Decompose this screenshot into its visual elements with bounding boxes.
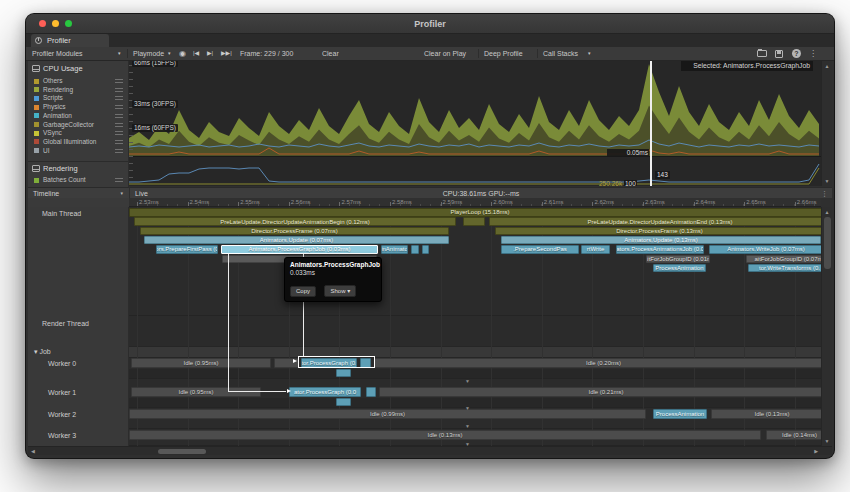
legend-item-garbagecollector[interactable]: GarbageCollector [34,121,126,129]
legend-drag-handle-icon[interactable] [115,140,123,144]
legend-item-ui[interactable]: UI [34,147,126,155]
help-icon[interactable]: ? [792,49,801,58]
timeline-bar[interactable]: Animators.Update (0.13ms) [501,236,821,245]
timeline-bar[interactable]: Director.ProcessFrame (0.07ms) [140,227,449,236]
record-icon[interactable]: ◉ [179,47,186,60]
scroll-up-icon[interactable]: ▲ [822,208,832,216]
scroll-down-icon[interactable]: ▼ [822,177,832,185]
timeline-bar[interactable]: Idle (0.21ms) [379,387,821,397]
timeline-bar[interactable]: tors.PrepareFirstPass (0. [156,245,218,254]
current-frame-icon[interactable]: ▶▶| [221,47,232,60]
timeline-bar[interactable]: PlayerLoop (15.18ms) [129,208,821,217]
legend-item-rendering[interactable]: Rendering [34,86,126,94]
legend-drag-handle-icon[interactable] [115,96,123,100]
timeline-bar[interactable]: aitForJobGroupID (0.07m [746,255,821,264]
timeline-bar[interactable]: Idle (0.13ms) [129,430,761,440]
timeline-bar[interactable]: Idle (0.95ms) [131,358,271,368]
selected-frame-line[interactable] [650,61,652,186]
legend-drag-handle-icon[interactable] [115,149,123,153]
module-rendering-header[interactable]: Rendering [32,164,78,174]
playmode-dropdown[interactable]: Playmode [133,47,164,60]
timeline-bar[interactable]: PreLateUpdate.DirectorUpdateAnimationEnd… [489,217,821,226]
thread-label-job[interactable]: ▾ Job [34,348,51,356]
timeline-bar[interactable]: Animators.WriteJob (0.07ms) [709,245,821,254]
legend-item-batches-count[interactable]: Batches Count [34,176,126,184]
timeline-bar[interactable] [422,245,429,254]
timeline-bar[interactable] [411,245,419,254]
kebab-menu-icon[interactable]: ⋮ [821,188,828,199]
timeline-bar[interactable]: Idle (0.13ms) [711,409,821,419]
legend-drag-handle-icon[interactable] [115,88,123,92]
time-ruler[interactable]: 2.53ms2.54ms2.55ms2.56ms2.57ms2.58ms2.59… [129,198,821,207]
timeline-bar[interactable]: Animators.ProcessAnimationsJob (0.03ms) [616,245,704,254]
legend-item-others[interactable]: Others [34,77,126,85]
clear-button[interactable]: Clear [322,47,339,60]
flow-marker-icon[interactable]: ▼ [465,406,470,411]
scrollbar-handle[interactable] [158,449,206,454]
kebab-menu-icon[interactable]: ⋮ [809,47,817,60]
timeline-scrollbar[interactable]: ▲ ▼ [821,207,832,446]
prev-frame-icon[interactable]: |◀ [193,47,199,60]
legend-drag-handle-icon[interactable] [115,131,123,135]
flow-marker-icon[interactable]: ▼ [465,379,470,384]
legend-drag-handle-icon[interactable] [115,105,123,109]
tab-profiler[interactable]: Profiler [31,34,109,47]
timeline-track[interactable]: ▼ ▼ ▼ ▼ Animators.ProcessGraphJob 0.033m… [129,207,821,446]
legend-item-physics[interactable]: Physics [34,103,126,111]
timeline-bar[interactable]: inAnimato [381,245,408,254]
scroll-left-icon[interactable]: ◀ [31,447,35,456]
chevron-down-icon[interactable]: ▾ [168,47,171,60]
timeline-bar[interactable]: Director.ProcessFrame (0.13ms) [495,227,821,236]
legend-drag-handle-icon[interactable] [115,79,123,83]
timeline-bar[interactable]: Idle (0.95ms) [131,387,261,397]
timeline-bar[interactable]: Idle (0.99ms) [129,409,646,419]
timeline-bar[interactable]: ProcessAnimation [653,264,706,273]
save-profile-icon[interactable] [775,50,783,58]
rendering-chart[interactable] [129,157,821,186]
scroll-up-icon[interactable]: ▲ [822,62,832,70]
timeline-bar-selected[interactable]: Animators.ProcessGraphJob (0.03ms) [221,245,378,254]
flow-marker-icon[interactable]: ▼ [465,424,470,429]
timeline-bar[interactable]: Idle (0.20ms) [374,358,821,368]
scrollbar-handle[interactable] [824,217,831,269]
chart-scrollbar[interactable]: ▲ ▼ [821,61,832,186]
timeline-bar[interactable]: .PrepareSecondPas [501,245,579,254]
window-titlebar[interactable]: Profiler [26,14,834,34]
timeline-view-dropdown[interactable]: Timeline ▾ [28,187,129,198]
timeline-bar[interactable]: ator.ProcessGraph (0.0 [289,387,361,397]
scroll-right-icon[interactable]: ▶ [814,447,818,456]
timeline-bar[interactable] [336,369,351,377]
legend-item-scripts[interactable]: Scripts [34,94,126,102]
show-dropdown-button[interactable]: Show ▾ [324,285,356,297]
chevron-down-icon[interactable]: ▾ [118,47,121,60]
timeline-bar[interactable]: PreLateUpdate.DirectorUpdateAnimationBeg… [134,217,456,226]
next-frame-icon[interactable]: ▶| [207,47,213,60]
flow-marker-icon[interactable]: ▼ [465,442,470,446]
legend-drag-handle-icon[interactable] [115,178,123,182]
timeline-bar[interactable] [463,217,485,226]
legend-drag-handle-icon[interactable] [115,123,123,127]
timeline-bar[interactable] [366,387,376,397]
legend-item-global-illumination[interactable]: Global Illumination [34,138,126,146]
legend-drag-handle-icon[interactable] [115,114,123,118]
timeline-bar[interactable]: tor.WriteTransforms (0. [748,264,821,273]
timeline-bar[interactable]: Animators.Update (0.07ms) [144,236,449,245]
legend-item-vsync[interactable]: VSync [34,129,126,137]
copy-button[interactable]: Copy [290,286,316,297]
call-stacks-dropdown[interactable]: Call Stacks [543,47,578,60]
load-profile-icon[interactable] [757,50,767,57]
profiler-charts[interactable]: 66ms (15FPS) 33ms (30FPS) 16ms (60FPS) 0… [129,61,821,186]
clear-on-play-button[interactable]: Clear on Play [424,47,466,60]
chevron-down-icon[interactable]: ▾ [588,47,591,60]
module-cpu-header[interactable]: CPU Usage [32,64,83,74]
deep-profile-button[interactable]: Deep Profile [484,47,523,60]
timeline-bar[interactable]: rtWrite [581,245,610,254]
timeline-bar[interactable] [336,398,351,406]
timeline-bar[interactable]: Idle (0.14ms) [766,430,821,440]
cpu-usage-chart[interactable] [129,61,821,156]
timeline-bar[interactable]: ProcessAnimation [653,409,707,419]
timeline-hscrollbar[interactable]: ◀ ▶ [28,446,832,455]
scroll-down-icon[interactable]: ▼ [822,437,832,445]
legend-item-animation[interactable]: Animation [34,112,126,120]
timeline-bar[interactable]: aitForJobGroupID (0.01m [646,255,710,264]
